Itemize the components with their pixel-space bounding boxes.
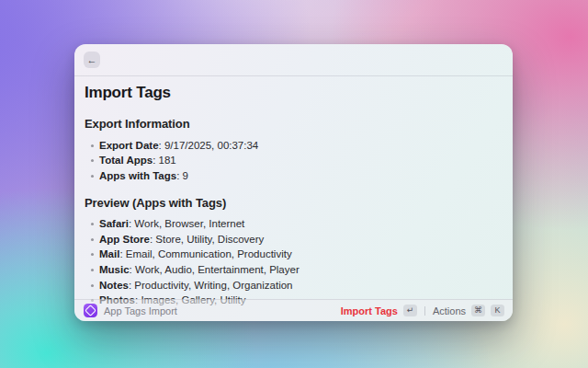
item-label: App Store (99, 234, 150, 245)
item-value: 9 (183, 170, 188, 181)
section-heading: Preview (Apps with Tags) (85, 196, 503, 211)
window-footer: App Tags Import Import Tags ↵ Actions ⌘ … (74, 299, 513, 321)
bullet-list: Safari: Work, Browser, Internet App Stor… (85, 216, 503, 308)
window-header: ← (74, 44, 513, 76)
item-label: Notes (99, 280, 129, 291)
item-label: Music (99, 264, 130, 275)
item-label: Safari (99, 218, 129, 229)
item-value: Email, Communication, Productivity (126, 248, 292, 259)
footer-actions: Import Tags ↵ Actions ⌘ K (341, 305, 504, 316)
list-item: Total Apps: 181 (85, 153, 503, 168)
list-item: Mail: Email, Communication, Productivity (85, 247, 503, 262)
item-value: Productivity, Writing, Organization (134, 280, 292, 291)
item-label: Total Apps (99, 155, 153, 166)
list-item: Notes: Productivity, Writing, Organizati… (85, 278, 503, 293)
section: Preview (Apps with Tags) Safari: Work, B… (85, 196, 503, 308)
item-value: Work, Audio, Entertainment, Player (135, 264, 300, 275)
item-label: Export Date (99, 140, 159, 151)
bullet-list: Export Date: 9/17/2025, 00:37:34 Total A… (85, 138, 503, 184)
raycast-window: ← Import Tags Export Information Export … (74, 44, 513, 321)
list-item: Export Date: 9/17/2025, 00:37:34 (85, 138, 503, 154)
list-item: Safari: Work, Browser, Internet (85, 216, 503, 232)
item-label: Apps with Tags (99, 170, 176, 181)
footer-divider (424, 306, 425, 316)
section: Export Information Export Date: 9/17/202… (85, 117, 503, 183)
list-item: Music: Work, Audio, Entertainment, Playe… (85, 262, 503, 278)
back-arrow-icon: ← (87, 54, 97, 65)
cmd-key-badge[interactable]: ⌘ (471, 305, 485, 316)
tag-glyph-icon (85, 305, 96, 316)
item-value: Work, Browser, Internet (134, 218, 244, 229)
command-name-label: App Tags Import (104, 305, 177, 316)
list-item: Apps with Tags: 9 (85, 168, 503, 184)
enter-key-badge[interactable]: ↵ (403, 305, 417, 316)
list-item: App Store: Store, Utility, Discovery (85, 232, 503, 247)
k-key-badge[interactable]: K (491, 305, 504, 316)
item-value: 9/17/2025, 00:37:34 (164, 140, 258, 151)
detail-content: Import Tags Export Information Export Da… (74, 76, 513, 308)
primary-action-label[interactable]: Import Tags (341, 305, 398, 316)
back-button[interactable]: ← (84, 52, 100, 68)
page-title: Import Tags (85, 83, 503, 102)
item-value: 181 (159, 155, 176, 166)
actions-menu-label[interactable]: Actions (433, 305, 466, 316)
sections-container: Export Information Export Date: 9/17/202… (85, 117, 503, 308)
item-value: Store, Utility, Discovery (155, 234, 264, 245)
item-label: Mail (99, 248, 119, 259)
tag-icon (84, 304, 97, 317)
section-heading: Export Information (85, 117, 503, 132)
